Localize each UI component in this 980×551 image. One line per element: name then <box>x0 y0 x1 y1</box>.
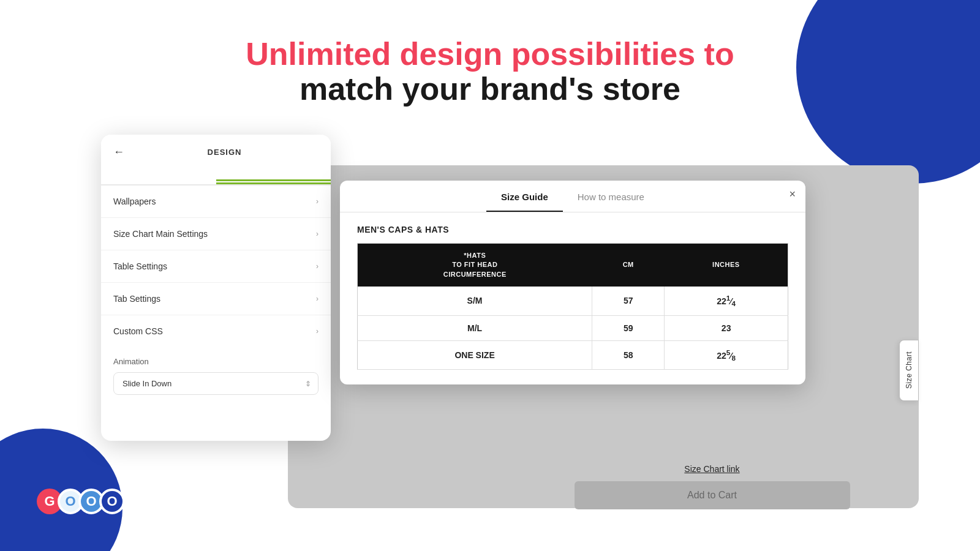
chevron-right-icon: › <box>316 197 318 206</box>
tab-how-to-measure[interactable]: How to measure <box>563 192 659 212</box>
table-cell-inches-sm: 221⁄4 <box>665 287 788 315</box>
table-row: ONE SIZE 58 225⁄8 <box>358 340 788 369</box>
menu-item-tab-settings[interactable]: Tab Settings › <box>101 283 331 315</box>
design-panel-title: DESIGN <box>130 148 318 157</box>
table-cell-inches-one: 225⁄8 <box>665 340 788 369</box>
size-chart-modal: × Size Guide How to measure MEN'S CAPS &… <box>340 181 805 384</box>
table-header-row: *HATSTO FIT HEADCIRCUMFERENCE CM INCHES <box>358 244 788 287</box>
menu-item-custom-css[interactable]: Custom CSS › <box>101 315 331 347</box>
tab-size-guide[interactable]: Size Guide <box>486 192 563 212</box>
menu-item-tab-label: Tab Settings <box>113 294 160 304</box>
table-cell-cm-one: 58 <box>592 340 665 369</box>
chevron-right-icon-5: › <box>316 327 318 335</box>
chevron-right-icon-4: › <box>316 294 318 303</box>
menu-item-size-chart-main[interactable]: Size Chart Main Settings › <box>101 218 331 250</box>
table-row: S/M 57 221⁄4 <box>358 287 788 315</box>
table-header-hats: *HATSTO FIT HEADCIRCUMFERENCE <box>358 244 592 287</box>
animation-select[interactable]: Slide In Down <box>113 372 318 395</box>
table-cell-cm-ml: 59 <box>592 315 665 340</box>
header-line1: Unlimited design possibilities to <box>0 37 980 72</box>
back-arrow-icon[interactable]: ← <box>113 146 124 159</box>
add-to-cart-button[interactable]: Add to Cart <box>575 481 850 509</box>
size-chart-tab-label: Size Chart <box>905 351 913 389</box>
design-panel-tabs <box>101 165 331 186</box>
table-cell-size-ml: M/L <box>358 315 592 340</box>
table-cell-size-sm: S/M <box>358 287 592 315</box>
menu-item-size-chart-label: Size Chart Main Settings <box>113 229 208 239</box>
header-section: Unlimited design possibilities to match … <box>0 37 980 107</box>
table-cell-size-one: ONE SIZE <box>358 340 592 369</box>
header-line2: match your brand's store <box>0 72 980 107</box>
modal-content: MEN'S CAPS & HATS *HATSTO FIT HEADCIRCUM… <box>340 212 805 384</box>
table-row: M/L 59 23 <box>358 315 788 340</box>
table-header-cm: CM <box>592 244 665 287</box>
chevron-right-icon-3: › <box>316 262 318 271</box>
design-tab-1[interactable] <box>101 165 216 184</box>
design-tab-2[interactable] <box>216 165 331 184</box>
size-chart-tab[interactable]: Size Chart <box>899 340 919 401</box>
design-menu-list: Wallpapers › Size Chart Main Settings › … <box>101 186 331 347</box>
menu-item-wallpapers-label: Wallpapers <box>113 197 156 206</box>
menu-item-table-settings[interactable]: Table Settings › <box>101 250 331 283</box>
animation-label: Animation <box>113 357 318 366</box>
design-panel-header: ← DESIGN <box>101 135 331 159</box>
animation-select-wrap[interactable]: Slide In Down <box>113 372 318 395</box>
modal-tabs: Size Guide How to measure <box>340 181 805 212</box>
animation-section: Animation Slide In Down <box>101 347 331 395</box>
logo-wrap: G O O O <box>37 489 125 514</box>
size-table: *HATSTO FIT HEADCIRCUMFERENCE CM INCHES … <box>357 243 788 370</box>
table-cell-cm-sm: 57 <box>592 287 665 315</box>
logo-section: G O O O <box>37 489 125 514</box>
design-panel: ← DESIGN Wallpapers › Size Chart Main Se… <box>101 135 331 441</box>
modal-close-button[interactable]: × <box>789 188 796 201</box>
chevron-right-icon-2: › <box>316 230 318 238</box>
size-chart-link[interactable]: Size Chart link <box>554 464 870 474</box>
store-bottom: Size Chart link Add to Cart <box>554 464 870 509</box>
menu-item-table-label: Table Settings <box>113 261 167 271</box>
logo-o3: O <box>99 489 125 514</box>
modal-product-title: MEN'S CAPS & HATS <box>357 225 788 234</box>
table-header-inches: INCHES <box>665 244 788 287</box>
table-cell-inches-ml: 23 <box>665 315 788 340</box>
menu-item-css-label: Custom CSS <box>113 326 163 336</box>
menu-item-wallpapers[interactable]: Wallpapers › <box>101 186 331 218</box>
